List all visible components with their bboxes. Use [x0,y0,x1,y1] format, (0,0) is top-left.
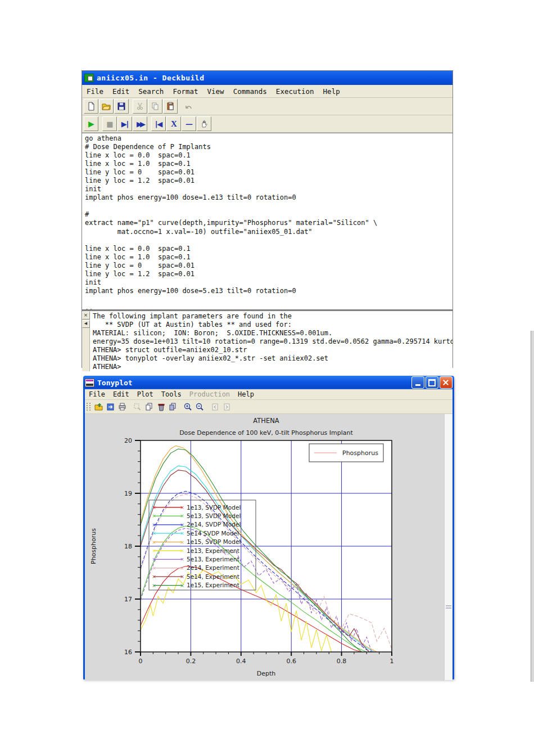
copy-icon [148,99,162,114]
run-icon[interactable]: ▶ [84,116,98,131]
svg-text:0.6: 0.6 [286,658,296,665]
svg-text:0.4: 0.4 [236,658,246,665]
menu-file[interactable]: File [85,390,109,399]
svg-text:×: × [180,574,184,579]
step-icon[interactable]: ▶| [117,116,132,131]
next-plot-icon [221,401,233,412]
svg-text:×: × [152,505,156,510]
tonyplot-window: Tonyplot File Edit Plot Tools Production… [83,376,454,680]
zoom-out-icon[interactable] [194,401,206,412]
restart-icon[interactable]: |◀ [151,116,166,131]
svg-text:×: × [152,556,156,562]
delete-icon[interactable] [155,401,167,412]
menu-help[interactable]: Help [234,390,258,399]
grip-handle[interactable] [87,403,90,411]
svg-text:×: × [152,565,156,571]
svg-text:Depth: Depth [257,670,276,677]
minimize-button[interactable] [411,376,424,389]
svg-text:1e15, Experiment: 1e15, Experiment [187,582,239,588]
svg-text:1e13, Experiment: 1e13, Experiment [187,547,239,554]
deckbuild-file-toolbar [82,98,452,115]
menu-execution[interactable]: Execution [271,86,319,97]
select-icon [132,401,143,412]
svg-text:×: × [180,539,184,545]
menu-view[interactable]: View [203,86,229,97]
svg-text:×: × [180,505,184,510]
menu-tools[interactable]: Tools [157,390,185,399]
print-icon[interactable] [116,401,128,412]
paste-icon[interactable] [163,99,178,114]
svg-text:1: 1 [390,658,394,665]
background-window-edge [531,331,534,682]
copy-icon[interactable] [143,401,155,412]
save-icon[interactable] [114,99,129,114]
duplicate-icon[interactable] [167,401,179,412]
zoom-in-icon[interactable] [182,401,194,412]
prev-plot-icon [209,401,221,412]
menu-format[interactable]: Format [168,86,202,97]
svg-text:0.8: 0.8 [337,658,347,665]
open-icon[interactable] [99,99,114,114]
tonyplot-toolbar [85,400,452,414]
svg-text:×: × [180,565,184,571]
svg-text:×: × [180,522,184,528]
svg-text:5e14, Experiment: 5e14, Experiment [187,573,239,580]
hand-icon[interactable] [197,116,211,131]
fast-forward-icon[interactable]: ▶▶ [133,116,147,131]
svg-text:1e15, SVDP Model: 1e15, SVDP Model [187,538,241,545]
export-icon[interactable] [105,401,116,412]
new-icon[interactable] [84,99,98,114]
menu-commands[interactable]: Commands [229,86,271,97]
desktop: aniicx05.in - Deckbuild File Edit Search… [0,0,534,756]
code-editor-text[interactable]: go athena # Dose Dependence of P Implant… [82,133,452,310]
plot-scrollbar[interactable] [444,414,452,680]
svg-text:×: × [152,574,156,579]
simulator-output[interactable]: The following implant parameters are fou… [90,311,452,371]
simulator-output-text: The following implant parameters are fou… [90,311,452,371]
plot-client-area: 161718192000.20.40.60.81ATHENADose Depen… [85,414,452,680]
pause-icon[interactable]: — [182,116,196,131]
open-icon[interactable] [93,401,105,412]
close-output-icon[interactable]: × [82,312,90,320]
deckbuild-run-toolbar: ▶ ■ ▶| ▶▶ |◀ X — [82,115,452,133]
output-gutter: × ◀ [82,311,90,371]
tonyplot-menubar: File Edit Plot Tools Production Help [85,389,452,400]
maximize-button[interactable] [426,376,438,389]
svg-text:5e14 SVDP Model: 5e14 SVDP Model [187,530,239,537]
menu-edit[interactable]: Edit [109,390,133,399]
tonyplot-app-icon [85,379,94,387]
code-editor[interactable]: go athena # Dose Dependence of P Implant… [82,133,452,310]
svg-text:Phosphorus: Phosphorus [90,528,97,564]
svg-text:×: × [180,583,184,588]
svg-text:×: × [180,513,184,519]
undo-icon [182,99,196,114]
menu-file[interactable]: File [82,86,108,97]
kill-icon[interactable]: X [166,116,181,131]
svg-text:1e13, SVDP Model: 1e13, SVDP Model [187,504,241,511]
svg-text:0: 0 [139,658,143,665]
svg-text:18: 18 [124,543,132,550]
svg-text:×: × [180,530,184,536]
scroll-left-icon[interactable]: ◀ [82,320,90,328]
svg-text:19: 19 [124,490,132,497]
close-button[interactable] [440,376,452,389]
svg-text:0.2: 0.2 [186,658,196,665]
deckbuild-menubar: File Edit Search Format View Commands Ex… [82,85,452,98]
deckbuild-window: aniicx05.in - Deckbuild File Edit Search… [82,70,453,368]
svg-text:×: × [180,556,184,562]
svg-text:Dose Dependence of 100 keV, 0-: Dose Dependence of 100 keV, 0-tilt Phosp… [179,429,353,436]
menu-help[interactable]: Help [319,86,345,97]
tonyplot-titlebar[interactable]: Tonyplot [83,376,454,389]
deckbuild-titlebar[interactable]: aniicx05.in - Deckbuild [82,71,452,85]
svg-text:×: × [152,530,156,536]
svg-text:×: × [180,548,184,554]
svg-text:5e13, Experiment: 5e13, Experiment [187,556,239,562]
svg-text:×: × [152,522,156,528]
svg-text:ATHENA: ATHENA [253,417,279,425]
stop-icon[interactable]: ■ [102,116,117,131]
menu-plot[interactable]: Plot [133,390,157,399]
svg-text:×: × [152,548,156,554]
menu-search[interactable]: Search [134,86,168,97]
menu-production: Production [185,390,234,399]
menu-edit[interactable]: Edit [108,86,134,97]
